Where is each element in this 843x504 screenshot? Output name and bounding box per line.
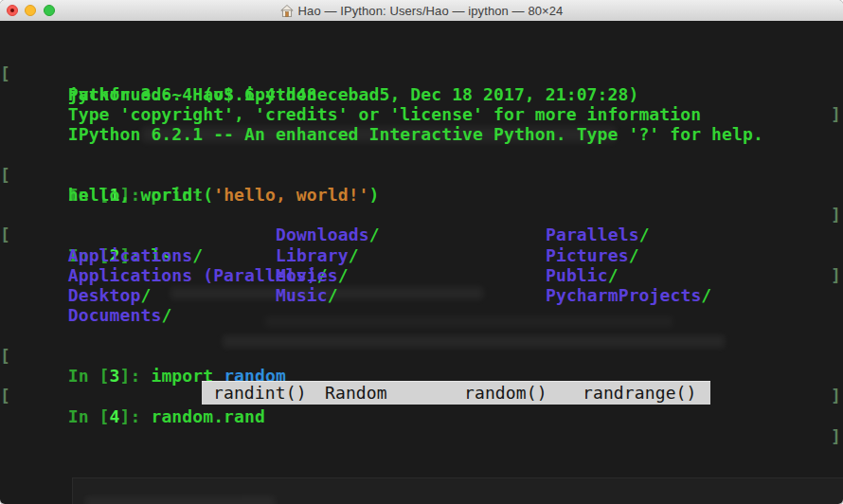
background-ghost xyxy=(265,316,673,327)
directory-slash: / xyxy=(629,245,639,265)
directory-name: Movies xyxy=(276,265,338,285)
close-dot-icon xyxy=(10,9,14,12)
prompt-mark-close: ] xyxy=(831,426,841,446)
directory-name: Documents xyxy=(68,305,162,325)
prompt-mark-open: [ xyxy=(0,346,10,366)
ls-output-row: Applications/ Downloads/ Parallels/ xyxy=(6,225,203,245)
banner-line: Type 'copyright', 'credits' or 'license'… xyxy=(6,84,701,105)
window-title: Hao — IPython: Users/Hao — ipython — 80×… xyxy=(298,4,564,18)
input-line-2: [ In [2]: ls ] xyxy=(6,205,171,225)
code-text: random.rand xyxy=(151,406,265,426)
shell-prompt-line: [ jackfrued:~ Hao$ ipython ] xyxy=(6,44,317,64)
directory-slash: / xyxy=(338,265,349,285)
background-ghost xyxy=(85,496,275,504)
zoom-button[interactable] xyxy=(44,5,55,16)
input-line-1: [ In [1]: print('hello, world!') ] xyxy=(6,144,380,165)
code-paren: ) xyxy=(369,185,380,205)
ls-output-row: Documents/ Music/ PycharmProjects/ xyxy=(6,285,171,306)
completion-item: Random xyxy=(325,382,387,404)
directory-name: Library xyxy=(276,245,349,265)
directory-name: Downloads xyxy=(276,225,369,244)
completion-item: randint() xyxy=(213,382,307,404)
terminal-window: Hao — IPython: Users/Hao — ipython — 80×… xyxy=(0,0,843,504)
directory-name: PycharmProjects xyxy=(546,285,701,305)
directory-slash: / xyxy=(608,265,619,285)
window-controls xyxy=(0,0,66,21)
prompt-mark-close: ] xyxy=(831,265,841,285)
background-ghost xyxy=(223,335,725,348)
close-button[interactable] xyxy=(7,5,18,16)
home-folder-icon[interactable] xyxy=(280,5,294,17)
ipython-version-text: IPython 6.2.1 -- An enhanced Interactive… xyxy=(68,124,763,144)
directory-name: Public xyxy=(546,265,608,285)
in-prompt-number: 4 xyxy=(110,406,120,426)
directory-name: Parallels xyxy=(546,225,639,244)
banner-line: IPython 6.2.1 -- An enhanced Interactive… xyxy=(6,104,763,125)
input-line-3: [ In [3]: import random ] xyxy=(6,326,286,347)
terminal-screen[interactable]: [ jackfrued:~ Hao$ ipython ] Python 3.6.… xyxy=(0,21,843,504)
directory-slash: / xyxy=(161,305,171,325)
directory-slash: / xyxy=(639,225,650,244)
prompt-mark-close: ] xyxy=(831,104,841,124)
directory-slash: / xyxy=(328,285,338,305)
completion-item: random() xyxy=(464,382,547,404)
title-bar[interactable]: Hao — IPython: Users/Hao — ipython — 80×… xyxy=(0,0,843,22)
directory-name: Pictures xyxy=(546,245,629,265)
code-string: 'hello, world!' xyxy=(213,185,368,205)
directory-slash: / xyxy=(349,245,359,265)
prompt-mark-open: [ xyxy=(0,386,10,405)
in-prompt: ]: xyxy=(120,406,152,426)
banner-line: Python 3.6.4 (v3.6.4:d48ecebad5, Dec 18 … xyxy=(6,63,638,84)
directory-slash: / xyxy=(369,225,380,244)
directory-slash: / xyxy=(701,285,711,305)
ls-output-row: Applications (Parallels)/ Library/ Pictu… xyxy=(6,245,328,266)
prompt-mark-close: ] xyxy=(831,205,841,225)
ls-output-row: Desktop/ Movies/ Public/ xyxy=(6,265,151,286)
output-line-1: hello, world! xyxy=(6,165,203,186)
output-text: hello, world! xyxy=(68,185,203,205)
minimize-button[interactable] xyxy=(25,5,36,16)
completion-item: randrange() xyxy=(583,382,697,404)
code-paren: ( xyxy=(203,185,213,205)
directory-name: Music xyxy=(276,285,328,305)
completion-menu: randint() Random random() randrange() xyxy=(202,381,710,405)
in-prompt: In [ xyxy=(68,406,110,426)
prompt-mark-close: ] xyxy=(831,386,841,405)
